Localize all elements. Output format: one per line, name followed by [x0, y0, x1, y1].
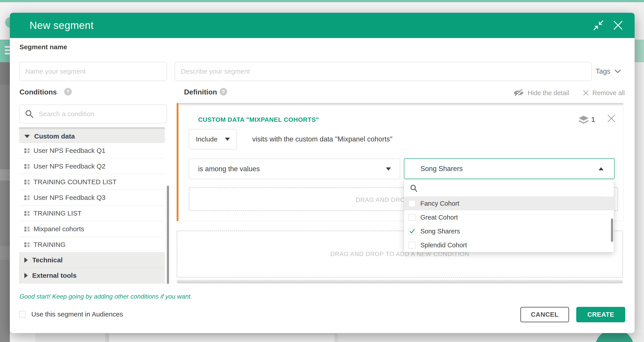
- group-label: Technical: [32, 256, 62, 264]
- dropdown-scrollbar[interactable]: [611, 218, 613, 242]
- audiences-row: Use this segment in Audiences: [19, 310, 123, 318]
- segment-name-input[interactable]: [19, 62, 167, 81]
- page-top-strip: [0, 0, 644, 2]
- group-header-external-tools[interactable]: External tools: [19, 268, 165, 283]
- audiences-checkbox[interactable]: [19, 311, 26, 318]
- conditions-scrollbar[interactable]: [167, 186, 169, 284]
- caret-down-icon: [225, 138, 230, 141]
- collapse-button[interactable]: [593, 20, 604, 31]
- group-label: External tools: [32, 272, 76, 279]
- condition-item-label: TRAINING COUNTED LIST: [34, 178, 117, 186]
- option-label: Song Sharers: [420, 228, 460, 235]
- chevron-down-icon: [615, 70, 621, 73]
- page-bottom-panel: [10, 333, 35, 342]
- definition-help-icon[interactable]: ?: [220, 88, 227, 96]
- operator-value: is among the values: [198, 165, 260, 173]
- collapse-icon: [593, 20, 604, 31]
- condition-item[interactable]: User NPS Feedback Q2: [19, 158, 165, 174]
- condition-item-label: User NPS Feedback Q1: [34, 147, 106, 154]
- option-checkbox-checked[interactable]: [408, 228, 416, 235]
- check-icon: [410, 228, 415, 234]
- condition-item[interactable]: TRAINING: [19, 237, 165, 252]
- close-button[interactable]: [613, 20, 624, 31]
- segment-name-label: Segment name: [20, 43, 67, 51]
- condition-item[interactable]: User NPS Feedback Q3: [19, 190, 165, 205]
- caret-down-icon: [386, 167, 391, 171]
- condition-item[interactable]: TRAINING LIST: [19, 205, 165, 221]
- option-checkbox[interactable]: [408, 242, 416, 249]
- drag-handle-icon: [24, 179, 30, 185]
- audiences-checkbox-label: Use this segment in Audiences: [31, 310, 123, 318]
- group-label: Custom data: [34, 133, 75, 140]
- condition-item[interactable]: User NPS Feedback Q1: [19, 143, 165, 158]
- create-button[interactable]: CREATE: [576, 307, 625, 322]
- caret-right-icon: [24, 257, 28, 263]
- condition-card-title: CUSTOM DATA "MIXPANEL COHORTS": [198, 116, 319, 123]
- remove-all-button[interactable]: Remove all: [583, 89, 625, 97]
- dropdown-search[interactable]: [404, 180, 614, 196]
- dropdown-option[interactable]: Great Cohort: [404, 210, 614, 224]
- layers-icon: [578, 115, 589, 125]
- condition-close-button[interactable]: [607, 114, 617, 124]
- drag-handle-icon: [24, 210, 30, 216]
- tags-dropdown[interactable]: Tags: [596, 62, 621, 81]
- drag-handle-icon: [24, 148, 30, 154]
- caret-up-icon: [598, 167, 604, 170]
- sidebar-overlay: [0, 62, 10, 342]
- conditions-help-icon[interactable]: ?: [64, 88, 72, 96]
- definition-divider: [177, 101, 624, 101]
- option-checkbox[interactable]: [408, 214, 416, 221]
- option-label: Fancy Cohort: [420, 200, 459, 207]
- dropdown-option[interactable]: Song Sharers: [404, 224, 614, 238]
- cancel-button[interactable]: CANCEL: [520, 307, 569, 322]
- condition-search-input[interactable]: [39, 110, 161, 118]
- dropdown-option[interactable]: Splendid Cohort: [404, 238, 614, 252]
- group-header-technical[interactable]: Technical: [19, 252, 165, 268]
- group-header-custom-data[interactable]: Custom data: [19, 130, 165, 143]
- condition-item-label: User NPS Feedback Q3: [34, 194, 106, 201]
- card-scroll-shadow: [178, 103, 623, 106]
- hide-detail-label: Hide the detail: [528, 89, 569, 97]
- dropdown-separator: [414, 196, 604, 197]
- operator-select[interactable]: is among the values: [189, 158, 400, 179]
- dropdown-option[interactable]: Fancy Cohort: [404, 196, 614, 210]
- condition-item-label: TRAINING LIST: [34, 209, 82, 217]
- condition-item[interactable]: Mixpanel cohorts: [19, 221, 165, 237]
- condition-caption: visits with the custom data "Mixpanel co…: [252, 129, 392, 150]
- value-select[interactable]: Song Sharers: [404, 158, 615, 179]
- hint-message: Good start! Keep going by adding other c…: [20, 293, 192, 300]
- conditions-list: Custom data User NPS Feedback Q1 User NP…: [19, 127, 165, 283]
- page-bottom-divider: [105, 333, 109, 342]
- condition-item[interactable]: TRAINING COUNTED LIST: [19, 174, 165, 190]
- segment-description-input[interactable]: [175, 62, 592, 81]
- sidebar-block: [0, 62, 10, 85]
- hide-detail-button[interactable]: Hide the detail: [513, 89, 569, 97]
- drag-handle-icon: [24, 194, 30, 201]
- option-label: Splendid Cohort: [420, 241, 467, 249]
- value-dropdown-panel: Fancy Cohort Great Cohort Song Sharers S…: [404, 180, 614, 252]
- option-checkbox[interactable]: [408, 200, 416, 207]
- condition-item-label: Mixpanel cohorts: [34, 225, 84, 233]
- page-right-band: [634, 40, 644, 62]
- sidebar-block: [0, 246, 10, 260]
- caret-right-icon: [24, 273, 28, 278]
- condition-search[interactable]: [19, 105, 167, 123]
- list-scroll-shadow: [19, 127, 165, 130]
- drag-handle-icon: [24, 163, 30, 169]
- eye-off-icon: [513, 89, 524, 97]
- layer-count: 1: [591, 116, 595, 124]
- close-icon: [613, 20, 624, 31]
- condition-item-label: TRAINING: [34, 241, 66, 248]
- include-label: Include: [196, 135, 218, 143]
- sidebar-block: [0, 169, 10, 181]
- modal-header: New segment: [10, 13, 634, 38]
- page-bottom-panel: [110, 334, 334, 342]
- close-icon: [607, 114, 616, 123]
- app-background: New segment Segment name Tags Conditions…: [0, 0, 644, 342]
- option-label: Great Cohort: [420, 214, 458, 221]
- definition-horizontal-scrollbar[interactable]: [177, 280, 623, 283]
- conditions-label: Conditions: [20, 88, 57, 96]
- modal-title: New segment: [30, 13, 94, 38]
- include-dropdown[interactable]: Include: [189, 129, 237, 150]
- search-icon: [25, 109, 34, 118]
